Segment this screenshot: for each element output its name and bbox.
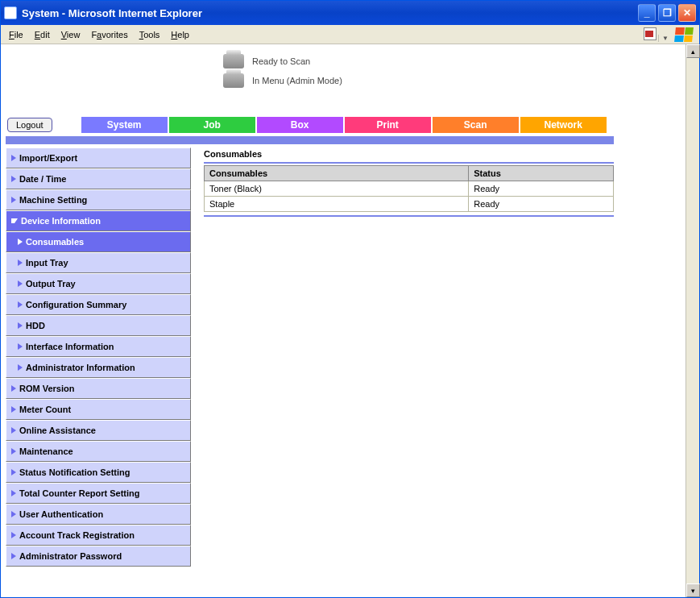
sidebar-item-label: Device Information bbox=[21, 216, 101, 226]
sidebar-item-maintenance[interactable]: Maintenance bbox=[6, 441, 191, 462]
printer-icon bbox=[223, 73, 244, 88]
menu-file[interactable]: File bbox=[4, 28, 28, 41]
sidebar-item-configuration-summary[interactable]: Configuration Summary bbox=[6, 294, 191, 315]
vertical-scrollbar[interactable]: ▴ ▾ bbox=[686, 44, 699, 597]
chevron-right-icon bbox=[11, 406, 16, 413]
scroll-up-button[interactable]: ▴ bbox=[686, 44, 700, 58]
cell-consumable-name: Staple bbox=[205, 197, 469, 212]
sidebar-item-label: ROM Version bbox=[19, 384, 74, 393]
sidebar-item-label: Interface Information bbox=[26, 342, 114, 351]
minimize-button[interactable]: _ bbox=[638, 4, 656, 22]
menu-view[interactable]: View bbox=[56, 28, 85, 41]
header-divider bbox=[6, 136, 614, 144]
menu-favorites[interactable]: Favorites bbox=[86, 28, 132, 41]
sidebar-item-label: Total Counter Report Setting bbox=[19, 488, 140, 498]
sidebar-item-label: Date / Time bbox=[19, 174, 67, 184]
sidebar-item-label: Administrator Password bbox=[19, 551, 122, 561]
chevron-right-icon bbox=[18, 239, 23, 245]
sidebar-item-status-notification-setting[interactable]: Status Notification Setting bbox=[6, 462, 191, 483]
sidebar-item-label: Input Tray bbox=[26, 258, 68, 268]
main-panel: Consumables Consumables Status Toner (Bl… bbox=[204, 147, 614, 567]
sidebar-item-hdd[interactable]: HDD bbox=[6, 315, 191, 336]
window-titlebar: System - Microsoft Internet Explorer _ ❐… bbox=[1, 1, 699, 25]
chevron-right-icon bbox=[18, 301, 23, 308]
menu-help[interactable]: Help bbox=[166, 28, 194, 41]
sidebar-item-label: User Authentication bbox=[19, 509, 103, 519]
chevron-right-icon bbox=[18, 280, 23, 287]
ie-page-icon bbox=[4, 6, 17, 19]
chevron-right-icon bbox=[11, 197, 16, 203]
tab-scan[interactable]: Scan bbox=[433, 117, 519, 133]
sidebar-item-rom-version[interactable]: ROM Version bbox=[6, 378, 191, 399]
tab-job[interactable]: Job bbox=[169, 117, 255, 133]
window-title: System - Microsoft Internet Explorer bbox=[22, 7, 638, 19]
sidebar-nav: Import/ExportDate / TimeMachine SettingD… bbox=[6, 147, 191, 567]
pdf-icon[interactable]: ▼ bbox=[644, 27, 669, 42]
panel-title: Consumables bbox=[204, 147, 614, 164]
scanner-icon bbox=[223, 54, 244, 69]
sidebar-item-consumables[interactable]: Consumables bbox=[6, 231, 191, 252]
tab-box[interactable]: Box bbox=[257, 117, 343, 133]
logout-button[interactable]: Logout bbox=[7, 118, 52, 132]
chevron-right-icon bbox=[18, 364, 23, 371]
sidebar-item-device-information[interactable]: Device Information bbox=[6, 210, 191, 231]
sidebar-item-label: Online Assistance bbox=[19, 426, 96, 435]
sidebar-item-label: HDD bbox=[26, 321, 45, 330]
sidebar-item-administrator-password[interactable]: Administrator Password bbox=[6, 546, 191, 567]
sidebar-item-label: Maintenance bbox=[19, 446, 73, 456]
sidebar-item-interface-information[interactable]: Interface Information bbox=[6, 336, 191, 357]
chevron-right-icon bbox=[11, 427, 16, 434]
maximize-button[interactable]: ❐ bbox=[658, 4, 676, 22]
chevron-right-icon bbox=[11, 490, 16, 496]
sidebar-item-import-export[interactable]: Import/Export bbox=[6, 147, 191, 168]
tab-system[interactable]: System bbox=[81, 117, 168, 133]
page-content: Ready to Scan In Menu (Admin Mode) Logou… bbox=[1, 44, 686, 597]
sidebar-item-label: Meter Count bbox=[19, 405, 71, 414]
sidebar-item-user-authentication[interactable]: User Authentication bbox=[6, 504, 191, 525]
sidebar-item-online-assistance[interactable]: Online Assistance bbox=[6, 420, 191, 441]
chevron-right-icon bbox=[18, 343, 23, 350]
chevron-right-icon bbox=[11, 155, 16, 161]
browser-window: System - Microsoft Internet Explorer _ ❐… bbox=[0, 0, 700, 598]
sidebar-item-label: Account Track Registration bbox=[19, 530, 135, 540]
sidebar-item-input-tray[interactable]: Input Tray bbox=[6, 252, 191, 273]
sidebar-item-label: Configuration Summary bbox=[26, 300, 126, 309]
tab-print[interactable]: Print bbox=[345, 117, 431, 133]
close-button[interactable]: ✕ bbox=[678, 4, 696, 22]
sidebar-item-machine-setting[interactable]: Machine Setting bbox=[6, 189, 191, 210]
cell-consumable-name: Toner (Black) bbox=[205, 181, 469, 197]
chevron-right-icon bbox=[18, 260, 23, 266]
chevron-right-icon bbox=[18, 322, 23, 329]
sidebar-item-account-track-registration[interactable]: Account Track Registration bbox=[6, 525, 191, 546]
chevron-right-icon bbox=[11, 385, 16, 392]
chevron-right-icon bbox=[11, 448, 16, 455]
consumables-table: Consumables Status Toner (Black)ReadySta… bbox=[204, 165, 614, 212]
table-row: StapleReady bbox=[205, 197, 614, 212]
col-consumables: Consumables bbox=[205, 166, 469, 181]
sidebar-item-date-time[interactable]: Date / Time bbox=[6, 168, 191, 189]
cell-consumable-status: Ready bbox=[469, 181, 614, 197]
sidebar-item-administrator-information[interactable]: Administrator Information bbox=[6, 357, 191, 378]
sidebar-item-meter-count[interactable]: Meter Count bbox=[6, 399, 191, 420]
chevron-right-icon bbox=[11, 532, 16, 538]
chevron-right-icon bbox=[11, 511, 16, 517]
menu-bar: File Edit View Favorites Tools Help ▼ bbox=[1, 25, 699, 44]
sidebar-item-label: Status Notification Setting bbox=[19, 467, 130, 477]
status-mode: In Menu (Admin Mode) bbox=[252, 76, 342, 85]
tab-network[interactable]: Network bbox=[520, 117, 607, 133]
sidebar-item-output-tray[interactable]: Output Tray bbox=[6, 273, 191, 294]
cell-consumable-status: Ready bbox=[469, 197, 614, 212]
sidebar-item-label: Consumables bbox=[26, 237, 84, 247]
chevron-right-icon bbox=[11, 469, 16, 475]
chevron-right-icon bbox=[11, 553, 16, 559]
status-ready: Ready to Scan bbox=[252, 56, 310, 66]
scroll-down-button[interactable]: ▾ bbox=[686, 583, 700, 597]
menu-tools[interactable]: Tools bbox=[135, 28, 165, 41]
sidebar-item-total-counter-report-setting[interactable]: Total Counter Report Setting bbox=[6, 483, 191, 504]
window-buttons: _ ❐ ✕ bbox=[638, 4, 696, 22]
windows-logo-icon[interactable] bbox=[674, 27, 694, 42]
menu-edit[interactable]: Edit bbox=[30, 28, 55, 41]
sidebar-item-label: Output Tray bbox=[26, 279, 76, 289]
main-tab-bar: Logout System Job Box Print Scan Network bbox=[6, 117, 681, 133]
col-status: Status bbox=[469, 166, 614, 181]
